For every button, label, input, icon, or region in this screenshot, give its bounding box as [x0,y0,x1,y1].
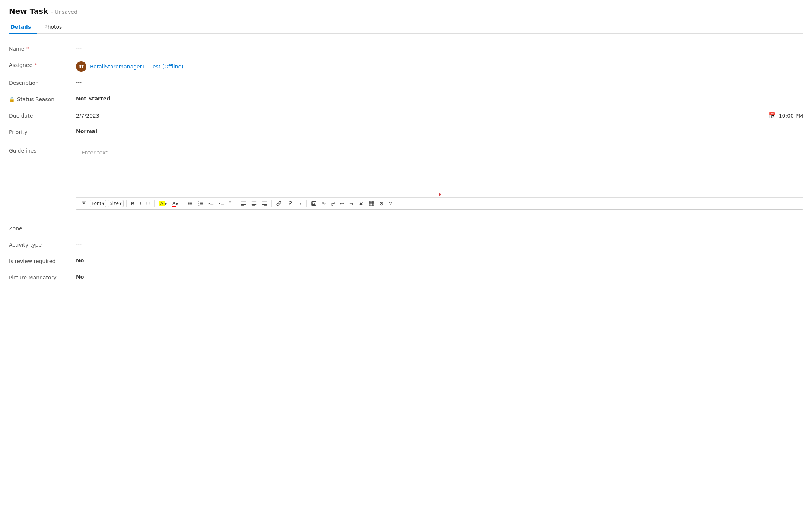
guidelines-editor: Enter text... Font ▾ Size ▾ [76,145,803,210]
toolbar-image-button[interactable] [309,200,318,207]
section-gap [9,214,803,221]
svg-point-2 [188,203,189,204]
due-date-value[interactable]: 2/7/2023 [76,113,768,119]
toolbar-indent-button[interactable] [217,200,226,207]
svg-rect-17 [252,203,255,203]
zone-value[interactable]: --- [76,225,803,231]
toolbar-subscript-button[interactable]: x2 [320,199,328,207]
description-row: Description --- [9,76,803,92]
toolbar-align-center-button[interactable] [249,200,258,207]
svg-rect-14 [241,204,246,205]
review-required-row: Is review required No [9,254,803,270]
assignee-name[interactable]: RetailStoremanager11 Test (Offline) [90,64,184,70]
zone-row: Zone --- [9,221,803,237]
page-header: New Task - Unsaved Details Photos [0,0,812,34]
due-date-value-area: 2/7/2023 📅 10:00 PM [76,112,803,119]
editor-toolbar: Font ▾ Size ▾ B I U [76,197,803,209]
due-date-row: Due date 2/7/2023 📅 10:00 PM [9,108,803,125]
toolbar-sep-6 [306,200,307,207]
tab-bar: Details Photos [9,21,803,34]
lock-icon: 🔒 [9,97,15,102]
toolbar-table-button[interactable] [367,200,376,207]
due-date-time-area: 📅 10:00 PM [768,112,803,119]
activity-type-label: Activity type [9,241,76,248]
page-title: New Task [9,7,48,16]
toolbar-fontcolor-button[interactable]: A▾ [171,199,180,208]
svg-rect-7 [200,202,203,203]
svg-rect-21 [264,203,267,203]
status-reason-value[interactable]: Not Started [76,96,803,102]
toolbar-arrow-button[interactable]: → [295,200,304,208]
toolbar-ol-button[interactable]: 1.2.3. [196,200,205,207]
toolbar-sep-3 [183,200,183,207]
assignee-label: Assignee * [9,61,76,68]
svg-rect-26 [369,201,374,206]
form-container: Name * --- Assignee * RT RetailStoremana… [0,34,812,294]
tab-photos[interactable]: Photos [43,21,68,33]
activity-type-row: Activity type --- [9,237,803,254]
svg-rect-3 [189,203,192,204]
svg-rect-18 [252,204,256,205]
toolbar-size-select[interactable]: Size ▾ [108,200,124,207]
page-subtitle: - Unsaved [51,9,77,15]
priority-row: Priority Normal [9,125,803,141]
toolbar-italic-button[interactable]: I [138,200,143,208]
toolbar-sep-4 [236,200,236,207]
toolbar-help-button[interactable]: ? [387,200,394,208]
toolbar-outdent-button[interactable] [207,200,216,207]
svg-rect-1 [189,202,192,203]
status-reason-label: 🔒 Status Reason [9,96,76,102]
review-required-value[interactable]: No [76,257,803,263]
svg-rect-9 [200,203,203,204]
toolbar-align-right-button[interactable] [260,200,269,207]
toolbar-highlight-button[interactable]: A▾ [157,200,169,208]
toolbar-ul-button[interactable] [186,200,195,207]
toolbar-redo-button[interactable]: ↪ [347,200,355,208]
name-label: Name * [9,45,76,52]
svg-rect-16 [252,202,256,202]
svg-rect-13 [241,203,244,203]
toolbar-settings-button[interactable]: ⚙ [378,200,386,208]
picture-mandatory-value[interactable]: No [76,274,803,280]
picture-mandatory-label: Picture Mandatory [9,274,76,280]
guidelines-row: Guidelines Enter text... Font ▾ Size [9,141,803,214]
svg-text:3.: 3. [198,204,200,206]
avatar: RT [76,61,86,72]
svg-rect-23 [264,205,267,206]
description-label: Description [9,79,76,86]
svg-point-4 [188,204,189,205]
due-time-value[interactable]: 10:00 PM [779,113,803,119]
toolbar-quote-button[interactable]: " [227,199,234,208]
review-required-label: Is review required [9,257,76,264]
assignee-required-star: * [35,62,37,68]
toolbar-superscript-button[interactable]: x2 [329,200,337,208]
activity-type-value[interactable]: --- [76,241,803,247]
toolbar-bold-button[interactable]: B [129,200,136,208]
toolbar-eraser-button[interactable] [357,200,366,207]
name-required-star: * [26,46,29,51]
toolbar-font-select[interactable]: Font ▾ [90,200,106,207]
description-value[interactable]: --- [76,79,803,85]
priority-value[interactable]: Normal [76,128,803,134]
toolbar-sep-5 [271,200,272,207]
svg-rect-11 [200,205,203,205]
toolbar-link-button[interactable] [274,200,283,207]
red-dot-indicator [439,193,441,196]
toolbar-underline-button[interactable]: U [144,200,152,208]
toolbar-align-left-button[interactable] [239,200,248,207]
toolbar-undo-button[interactable]: ↩ [338,200,346,208]
calendar-icon: 📅 [768,112,776,119]
toolbar-unlink-button[interactable] [285,200,294,207]
name-row: Name * --- [9,41,803,58]
editor-body[interactable]: Enter text... [76,145,803,197]
tab-details[interactable]: Details [9,21,37,33]
name-value[interactable]: --- [76,45,803,51]
due-date-row-inner: 2/7/2023 📅 10:00 PM [76,112,803,119]
svg-rect-20 [262,202,267,202]
toolbar-clean-button[interactable] [79,200,88,207]
svg-point-0 [188,202,189,203]
editor-placeholder: Enter text... [82,150,112,155]
svg-rect-22 [262,204,267,205]
svg-rect-12 [241,202,246,202]
zone-label: Zone [9,225,76,231]
